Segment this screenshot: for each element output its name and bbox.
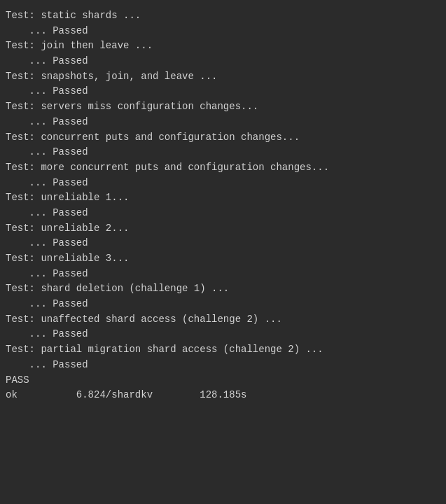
terminal-line-line24: ... Passed <box>6 358 440 373</box>
terminal-line-line15: Test: unreliable 2... <box>6 221 440 237</box>
terminal-line-line22: ... Passed <box>6 327 440 342</box>
terminal-line-line14: ... Passed <box>6 206 440 221</box>
terminal-line-line8: ... Passed <box>6 115 440 130</box>
terminal-line-line7: Test: servers miss configuration changes… <box>6 99 440 115</box>
terminal-line-line12: ... Passed <box>6 176 440 191</box>
terminal-line-line4: ... Passed <box>6 54 440 69</box>
terminal-output: Test: static shards ... ... PassedTest: … <box>0 6 446 406</box>
terminal-line-line1: Test: static shards ... <box>6 8 440 24</box>
terminal-line-line21: Test: unaffected shard access (challenge… <box>6 312 440 328</box>
terminal-line-line25: PASS <box>6 373 440 388</box>
terminal-line-line5: Test: snapshots, join, and leave ... <box>6 69 440 85</box>
terminal-line-line26: ok 6.824/shardkv 128.185s <box>6 388 440 403</box>
terminal-line-line10: ... Passed <box>6 145 440 160</box>
terminal-line-line19: Test: shard deletion (challenge 1) ... <box>6 281 440 297</box>
terminal-line-line13: Test: unreliable 1... <box>6 190 440 206</box>
terminal-line-line9: Test: concurrent puts and configuration … <box>6 130 440 146</box>
terminal-line-line3: Test: join then leave ... <box>6 38 440 54</box>
terminal-line-line23: Test: partial migration shard access (ch… <box>6 342 440 358</box>
terminal-line-line17: Test: unreliable 3... <box>6 251 440 267</box>
terminal-line-line11: Test: more concurrent puts and configura… <box>6 160 440 176</box>
terminal-line-line18: ... Passed <box>6 267 440 282</box>
terminal-line-line16: ... Passed <box>6 236 440 251</box>
terminal-line-line2: ... Passed <box>6 24 440 39</box>
terminal-line-line6: ... Passed <box>6 84 440 99</box>
terminal-line-line20: ... Passed <box>6 297 440 312</box>
